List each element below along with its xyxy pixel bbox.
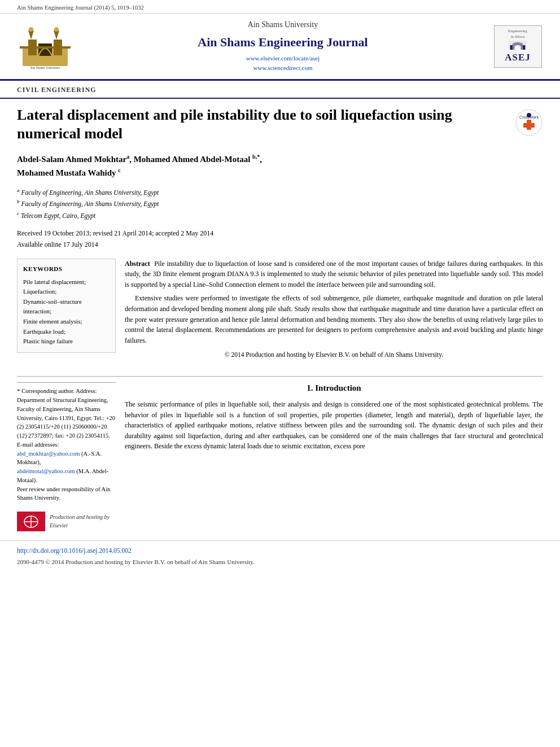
author1-sup: a: [126, 154, 129, 160]
affiliation-a: a Faculty of Engineering, Ain Shams Univ…: [17, 186, 543, 198]
author1-name: Abdel-Salam Ahmed Mokhtar: [17, 155, 126, 164]
main-content: KEYWORDS Pile lateral displacement; Liqu…: [0, 253, 560, 371]
available-date: Available online 17 July 2014: [17, 239, 543, 250]
svg-text:Ain Shams University: Ain Shams University: [30, 66, 60, 69]
received-date: Received 19 October 2013; revised 21 Apr…: [17, 228, 543, 239]
author3-sup: c: [118, 167, 120, 173]
affiliations-section: a Faculty of Engineering, Ain Shams Univ…: [0, 182, 560, 223]
footnote-text1: author. Address: Department of Structura…: [17, 388, 115, 439]
svg-point-7: [54, 27, 59, 32]
title-area: Lateral displacement and pile instabilit…: [0, 99, 560, 148]
abstract-para1: Abstract Pile instability due to liquefa…: [125, 259, 543, 290]
keyword-4: interaction;: [23, 307, 110, 317]
author2-sup: b,*: [252, 154, 260, 160]
page: Ain Shams Engineering Journal (2014) 5, …: [0, 0, 560, 747]
production-text: Production and hosting by Elsevier: [50, 513, 116, 530]
footnote-column: * Corresponding author. Address: Departm…: [17, 382, 116, 531]
svg-marker-4: [28, 30, 34, 40]
section-divider: [17, 376, 543, 377]
abstract-copyright: © 2014 Production and hosting by Elsevie…: [125, 350, 543, 360]
corresponding-label: Corresponding: [21, 388, 56, 394]
svg-rect-8: [20, 46, 71, 49]
crossmark-logo: CrossMark: [515, 108, 543, 137]
keywords-box: KEYWORDS Pile lateral displacement; Liqu…: [17, 259, 116, 353]
author3-name: Mohamed Mustafa Wahidy: [17, 168, 116, 177]
dates-section: Received 19 October 2013; revised 21 Apr…: [0, 223, 560, 253]
abstract-section: Abstract Pile instability due to liquefa…: [125, 259, 543, 361]
left-column: KEYWORDS Pile lateral displacement; Liqu…: [17, 259, 116, 365]
right-column: Abstract Pile instability due to liquefa…: [125, 259, 543, 365]
section-label: CIVIL ENGINEERING: [0, 81, 560, 98]
email2-link[interactable]: abdelmotal@yahoo.com: [17, 468, 75, 474]
elsevier-box: [17, 512, 45, 531]
authors-line: Abdel-Salam Ahmed Mokhtara, Mohamed Ahme…: [17, 152, 543, 180]
bottom-bar: http://dx.doi.org/10.1016/j.asej.2014.05…: [0, 540, 560, 569]
keyword-7: Plastic hinge failure: [23, 337, 110, 347]
svg-rect-16: [523, 123, 535, 128]
email-label: E-mail addresses:: [17, 442, 59, 448]
keyword-2: Liquefaction;: [23, 287, 110, 297]
university-name: Ain Shams University: [79, 19, 487, 30]
affiliation-b: b Faculty of Engineering, Ain Shams Univ…: [17, 198, 543, 209]
author2-name: Mohamed Ahmed Abdel-Motaal: [134, 155, 251, 164]
introduction-column: 1. Introduction The seismic performance …: [125, 382, 543, 531]
keyword-3: Dynamic-soil–structure: [23, 297, 110, 307]
svg-marker-5: [54, 30, 59, 40]
peer-review: Peer review under responsibility of Ain …: [17, 486, 110, 501]
email1-link[interactable]: abd_mokhtar@yahoo.com: [17, 451, 80, 457]
journal-bar: Ain Shams Engineering Journal (2014) 5, …: [0, 0, 560, 14]
journal-citation: Ain Shams Engineering Journal (2014) 5, …: [17, 5, 144, 11]
url2[interactable]: www.sciencedirect.com: [79, 64, 487, 73]
svg-rect-3: [38, 43, 52, 56]
publisher-logo: Production and hosting by Elsevier: [17, 512, 116, 531]
header-section: Ain Shams University Ain Shams Universit…: [0, 14, 560, 81]
svg-point-17: [527, 113, 531, 117]
bottom-copyright: 2090-4479 © 2014 Production and hosting …: [17, 558, 543, 567]
keyword-1: Pile lateral displacement;: [23, 277, 110, 287]
intro-heading: 1. Introduction: [125, 382, 543, 395]
svg-point-6: [29, 27, 33, 32]
article-title: Lateral displacement and pile instabilit…: [17, 106, 515, 144]
intro-section: * Corresponding author. Address: Departm…: [0, 382, 560, 531]
header-urls: www.elsevier.com/locate/asej www.science…: [79, 54, 487, 73]
svg-rect-12: [523, 45, 525, 50]
keyword-5: Finite element analysis;: [23, 317, 110, 327]
authors-section: Abdel-Salam Ahmed Mokhtara, Mohamed Ahme…: [0, 148, 560, 182]
keyword-6: Earthquake load;: [23, 327, 110, 337]
keywords-title: KEYWORDS: [23, 265, 110, 274]
asej-logo-container: Engineeringin Africa ASEJ: [492, 24, 543, 69]
journal-title: Ain Shams Engineering Journal: [79, 33, 487, 51]
doi-link[interactable]: http://dx.doi.org/10.1016/j.asej.2014.05…: [17, 547, 132, 554]
svg-rect-11: [510, 45, 513, 50]
header-center: Ain Shams University Ain Shams Engineeri…: [79, 19, 487, 73]
url1[interactable]: www.elsevier.com/locate/asej: [79, 54, 487, 63]
abstract-para2: Extensive studies were performed to inve…: [125, 293, 543, 346]
footnote-box: * Corresponding author. Address: Departm…: [17, 382, 116, 506]
affiliation-c: c Telecom Egypt, Cairo, Egypt: [17, 209, 543, 221]
intro-para: The seismic performance of piles in liqu…: [125, 399, 543, 452]
asej-logo: Engineeringin Africa ASEJ: [494, 25, 542, 68]
university-logo-left: Ain Shams University: [17, 24, 73, 69]
